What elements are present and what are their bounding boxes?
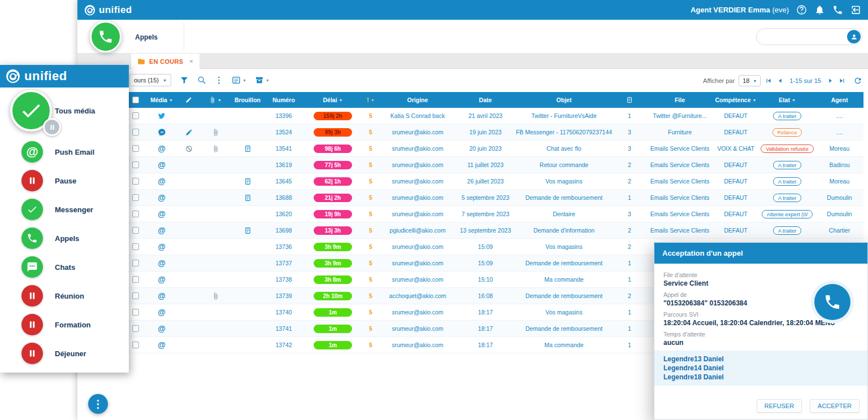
refresh-icon[interactable]	[853, 76, 862, 85]
check-icon	[19, 99, 43, 123]
status-pill: A traiter	[773, 177, 802, 186]
toolbar-left: ours (15) ▼ ⋮ ▼ ▼	[129, 74, 270, 86]
sort-caret-icon[interactable]: ▼	[371, 98, 375, 102]
sort-caret-icon[interactable]: ▼	[169, 98, 173, 102]
col-brouillon[interactable]: Brouillon	[232, 92, 263, 108]
notifications-icon[interactable]	[814, 5, 825, 15]
cell-delai: 1m	[305, 321, 361, 336]
status-item-messenger[interactable]: Messenger	[21, 199, 125, 220]
cell-brouillon	[232, 321, 263, 336]
row-checkbox[interactable]	[132, 342, 139, 348]
more-options-fab[interactable]: ⋮	[88, 394, 108, 414]
row-checkbox[interactable]	[132, 325, 139, 332]
cell-docs: 2	[612, 239, 647, 255]
next-page-icon[interactable]	[826, 77, 834, 85]
pause-icon	[21, 343, 43, 364]
col-pencil[interactable]	[179, 92, 198, 108]
cell-brouillon	[232, 337, 263, 353]
col-documents[interactable]	[612, 92, 647, 108]
row-checkbox[interactable]	[132, 211, 139, 217]
col-agent[interactable]: Agent	[815, 92, 863, 108]
sort-caret-icon[interactable]: ▼	[218, 98, 222, 102]
accept-button[interactable]: ACCEPTER	[810, 399, 860, 413]
table-row[interactable]: 1352499j 3h5srumeur@akio.com19 juin 2023…	[127, 124, 863, 141]
row-checkbox[interactable]	[132, 145, 139, 152]
row-checkbox[interactable]	[132, 161, 139, 168]
col-delai[interactable]: Délai▼	[305, 92, 361, 108]
status-item-push-email[interactable]: @Push Email	[21, 141, 125, 163]
sort-caret-icon[interactable]: ▼	[753, 98, 757, 102]
col-numero[interactable]: Numéro	[263, 92, 305, 108]
select-all-checkbox[interactable]	[132, 97, 139, 103]
col-file[interactable]: File	[647, 92, 713, 108]
divider	[184, 22, 184, 51]
list-view-select[interactable]: ▼	[232, 76, 246, 85]
tab-close-icon[interactable]: ×	[189, 57, 193, 65]
phone-icon[interactable]	[832, 5, 843, 15]
attachment-icon	[212, 292, 219, 300]
table-row[interactable]: @1362019j 9h5srumeur@akio.com7 septembre…	[127, 206, 863, 222]
column-label: Délai	[323, 97, 337, 103]
row-checkbox[interactable]	[132, 112, 139, 119]
tab-en-cours[interactable]: EN COURS ×	[131, 54, 199, 69]
cell-brouillon	[232, 190, 263, 205]
status-item-pause[interactable]: Pause	[21, 170, 125, 191]
status-item-reunion[interactable]: Réunion	[21, 285, 125, 307]
queue-filter-select[interactable]: ours (15) ▼	[129, 74, 171, 86]
row-checkbox[interactable]	[132, 260, 139, 266]
row-checkbox[interactable]	[132, 292, 139, 299]
col-priority[interactable]: !▼	[361, 92, 380, 108]
status-item-formation[interactable]: Formation	[21, 314, 125, 335]
row-checkbox[interactable]	[132, 178, 139, 185]
table-row[interactable]: @1354198j 6h5srumeur@akio.com20 juin 202…	[127, 141, 863, 157]
first-page-icon[interactable]	[765, 77, 772, 85]
col-etat[interactable]: Etat▼	[759, 92, 815, 108]
status-item-appels[interactable]: Appels	[21, 228, 125, 249]
search-input[interactable]	[756, 28, 862, 45]
select-all-checkbox[interactable]	[127, 92, 144, 108]
row-checkbox[interactable]	[132, 309, 139, 316]
cell-origine: srumeur@akio.com	[380, 206, 455, 222]
row-checkbox[interactable]	[132, 129, 139, 135]
table-row[interactable]: @1369813j 3h5pgiudicelli@akio.com13 sept…	[127, 222, 863, 239]
more-actions-icon[interactable]: ⋮	[215, 76, 223, 85]
sort-caret-icon[interactable]: ▼	[339, 98, 343, 102]
help-icon[interactable]	[796, 5, 807, 15]
row-checkbox[interactable]	[132, 276, 139, 283]
cell-priority: 5	[361, 304, 380, 320]
agent-list-item[interactable]: Legendre18 Daniel	[663, 373, 858, 382]
email-icon: @	[158, 161, 166, 169]
row-checkbox[interactable]	[132, 227, 139, 234]
last-page-icon[interactable]	[838, 77, 846, 85]
status-item-dejeuner[interactable]: Déjeuner	[21, 343, 125, 364]
cell-delai: 62j 1h	[305, 173, 361, 189]
row-checkbox[interactable]	[132, 243, 139, 250]
row-checkbox[interactable]	[132, 194, 139, 201]
sort-caret-icon[interactable]: ▼	[792, 98, 796, 102]
col-media[interactable]: Média▼	[144, 92, 179, 108]
page-size-select[interactable]: 18 ▼	[739, 75, 761, 86]
directory-icon[interactable]	[847, 30, 861, 43]
search-icon[interactable]	[197, 76, 206, 85]
prev-page-icon[interactable]	[776, 77, 784, 85]
cell-objet: Demande de remboursement	[516, 321, 612, 336]
table-row[interactable]: @1368821j 2h5srumeur@akio.com5 septembre…	[127, 190, 863, 206]
logout-icon[interactable]	[850, 5, 861, 15]
status-item-chats[interactable]: Chats	[21, 256, 125, 278]
table-row[interactable]: @1364562j 1h5srumeur@akio.com26 juillet …	[127, 173, 863, 190]
agent-list-item[interactable]: Legendre14 Daniel	[663, 364, 858, 373]
agent-list-item[interactable]: Legendre13 Daniel	[663, 355, 858, 364]
cell-delai: 19j 9h	[305, 206, 361, 222]
col-origine[interactable]: Origine	[380, 92, 455, 108]
channel-phone-badge[interactable]	[90, 21, 121, 53]
col-attachment[interactable]: ▼	[198, 92, 232, 108]
col-date[interactable]: Date	[455, 92, 516, 108]
archive-select[interactable]: ▼	[255, 76, 270, 85]
table-row[interactable]: 13396159j 2h5Katia S Conrad back21 avril…	[127, 108, 863, 124]
table-row[interactable]: @1361977j 5h5srumeur@akio.com11 juillet …	[127, 157, 863, 173]
refuse-button[interactable]: REFUSER	[757, 399, 802, 413]
col-objet[interactable]: Objet	[516, 92, 612, 108]
filter-icon[interactable]	[180, 76, 189, 85]
chat-icon	[21, 256, 43, 278]
col-competence[interactable]: Compétence▼	[713, 92, 759, 108]
